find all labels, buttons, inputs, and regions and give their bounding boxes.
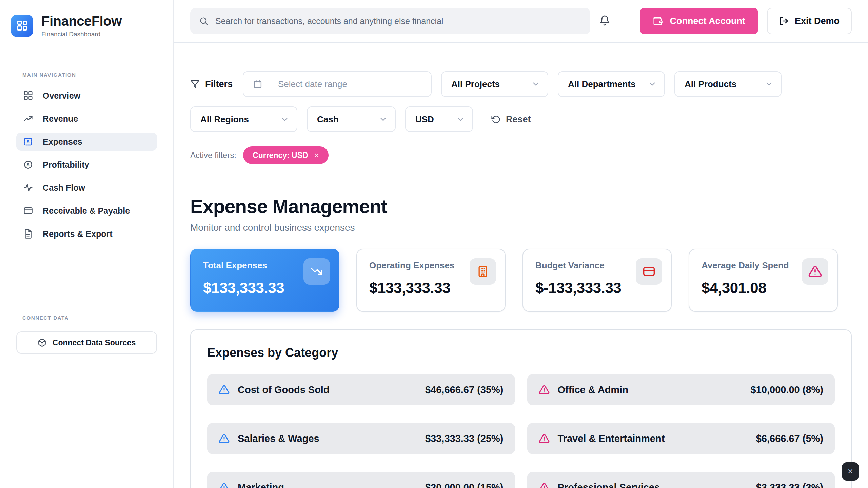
nav-item-label: Cash Flow [43,183,85,193]
nav-item-icon [23,206,33,216]
stat-card-budget-variance[interactable]: Budget Variance $-133,333.33 [522,249,672,312]
category-name: Office & Admin [558,384,628,395]
filter-select-value: Cash [317,114,339,125]
category-row-cost-of-goods-sold: Cost of Goods Sold $46,666.67 (35%) [207,374,515,405]
expenses-by-category-card: Expenses by Category Cost of Goods Sold … [190,329,852,488]
main-area: Connect Account Exit Demo Filters Select… [174,0,868,488]
sidebar-item-revenue[interactable]: Revenue [16,109,157,128]
category-row-salaries-wages: Salaries & Wages $33,333.33 (25%) [207,423,515,454]
exit-demo-label: Exit Demo [795,16,840,26]
app-logo: FinanceFlow Financial Dashboard [0,0,173,52]
filters-row-1: Filters Select date range All Projects A… [190,71,852,97]
main-content: Filters Select date range All Projects A… [174,43,868,488]
sidebar-item-expenses[interactable]: $ Expenses [16,133,157,151]
page-title: Expense Management [190,195,852,218]
search-bar[interactable] [190,8,590,34]
app-logo-mark [11,15,33,37]
stat-card-icon [303,258,330,285]
nav-item-icon [23,183,33,193]
top-bar: Connect Account Exit Demo [174,0,868,43]
wallet-icon [653,16,663,26]
nav-item-label: Revenue [43,114,78,124]
chevron-down-icon [456,115,465,124]
category-card-title: Expenses by Category [207,346,835,360]
category-row-professional-services: Professional Services $3,333.33 (3%) [527,472,835,488]
reset-icon [491,115,500,124]
active-filters-label: Active filters: [190,150,236,160]
nav-item-icon: $ [23,137,33,147]
stat-card-operating-expenses[interactable]: Operating Expenses $133,333.33 [356,249,506,312]
date-range-picker[interactable]: Select date range [243,71,432,97]
reset-label: Reset [506,114,531,125]
filters-title-label: Filters [205,79,233,89]
overlay-close-button[interactable]: × [842,462,859,481]
logout-icon [779,16,789,26]
sidebar-item-reports-export[interactable]: Reports & Export [16,225,157,243]
notifications-button[interactable] [599,15,610,27]
filter-select-value: USD [415,114,434,125]
filter-funnel-icon [190,79,200,89]
category-value: $46,666.67 (35%) [425,384,504,395]
filter-select-departments[interactable]: All Departments [558,71,665,97]
category-value: $6,666.67 (5%) [756,433,823,444]
exit-demo-button[interactable]: Exit Demo [767,8,852,34]
category-name: Travel & Entertainment [558,433,665,444]
filter-select-projects[interactable]: All Projects [441,71,548,97]
active-filter-chip-label: Currency: USD [253,151,308,160]
category-value: $3,333.33 (3%) [756,482,823,488]
stat-card-average-daily-spend[interactable]: Average Daily Spend $4,301.08 [689,249,838,312]
category-value: $10,000.00 (8%) [751,384,823,395]
stat-card-icon [802,258,828,285]
search-input[interactable] [215,16,581,26]
calendar-icon [253,79,262,89]
logo-grid-icon [16,20,28,32]
search-icon [199,16,209,26]
app-name: FinanceFlow [41,14,122,29]
alert-triangle-icon [539,433,550,444]
stat-card-total-expenses[interactable]: Total Expenses $133,333.33 [190,249,339,312]
nav-item-icon [23,90,33,101]
stat-card-icon [636,258,662,285]
date-range-placeholder: Select date range [278,79,347,89]
connect-data-section-label: CONNECT DATA [22,315,173,321]
active-filters: Active filters: Currency: USD × [190,146,852,164]
alert-triangle-icon [219,482,230,488]
sidebar-item-profitability[interactable]: $ Profitability [16,156,157,174]
cube-icon [38,338,46,347]
nav-item-label: Expenses [43,137,82,147]
connect-account-label: Connect Account [670,16,745,26]
active-filter-chip-currency[interactable]: Currency: USD × [243,146,329,164]
filter-select-accounting-basis[interactable]: Cash [307,106,396,132]
category-value: $20,000.00 (15%) [425,482,504,488]
filter-select-regions[interactable]: All Regions [190,106,297,132]
chevron-down-icon [765,80,773,88]
filter-select-value: All Regions [200,114,249,125]
category-name: Professional Services [558,482,660,488]
filter-select-products[interactable]: All Products [674,71,782,97]
chevron-down-icon [648,80,657,88]
alert-triangle-icon [539,482,550,488]
sidebar: FinanceFlow Financial Dashboard MAIN NAV… [0,0,174,488]
reset-filters-button[interactable]: Reset [491,114,531,125]
bell-icon [599,15,610,26]
connect-account-button[interactable]: Connect Account [640,8,758,34]
category-name: Cost of Goods Sold [238,384,330,395]
app-tagline: Financial Dashboard [41,30,122,38]
stats-row: Total Expenses $133,333.33 Operating Exp… [190,249,852,312]
app-logo-text: FinanceFlow Financial Dashboard [41,14,122,38]
nav-item-icon [23,114,33,124]
chevron-down-icon [280,115,289,124]
sidebar-item-overview[interactable]: Overview [16,86,157,105]
connect-data-sources-button[interactable]: Connect Data Sources [16,331,157,354]
nav-item-label: Profitability [43,160,90,170]
category-value: $33,333.33 (25%) [425,433,504,444]
chevron-down-icon [531,80,540,88]
nav-item-icon [23,229,33,239]
nav-item-label: Overview [43,91,80,101]
svg-text:$: $ [27,139,30,144]
chip-remove-icon[interactable]: × [314,150,319,160]
sidebar-item-cash-flow[interactable]: Cash Flow [16,179,157,197]
filters-title: Filters [190,79,233,89]
sidebar-item-receivable-payable[interactable]: Receivable & Payable [16,202,157,220]
filter-select-currency[interactable]: USD [405,106,473,132]
